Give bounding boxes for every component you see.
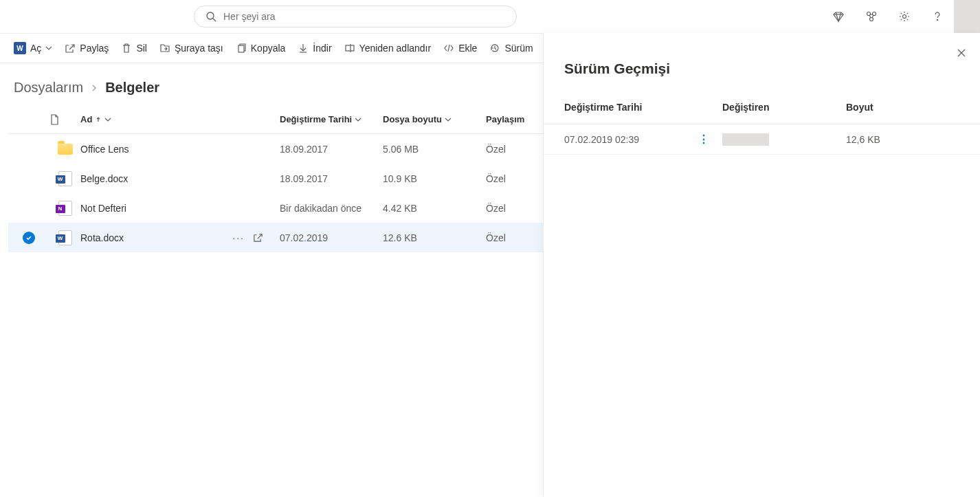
version-label: Sürüm [504, 43, 533, 54]
rename-button[interactable]: Yeniden adlandır [344, 43, 432, 54]
header-actions [822, 0, 980, 33]
file-modified: 07.02.2019 [280, 232, 383, 243]
version-modified-by [722, 133, 846, 146]
panel-col-by: Değiştiren [722, 102, 846, 113]
app-header [0, 0, 980, 33]
size-column-label: Dosya boyutu [383, 114, 442, 124]
file-name[interactable]: Rota.docx [80, 232, 124, 243]
history-icon [489, 43, 500, 54]
more-actions-icon[interactable]: ··· [232, 232, 245, 243]
trash-icon [121, 43, 132, 54]
close-icon [957, 48, 966, 58]
svg-point-2 [867, 12, 871, 16]
version-history-panel: Sürüm Geçmişi Değiştirme Tarihi Değiştir… [543, 33, 980, 497]
svg-point-8 [903, 15, 906, 19]
help-icon[interactable] [921, 0, 954, 33]
chevron-down-icon [445, 116, 452, 123]
download-label: İndir [313, 43, 331, 54]
version-date: 07.02.2019 02:39 [564, 134, 698, 145]
premium-icon[interactable] [822, 0, 855, 33]
file-size: 12.6 KB [383, 232, 486, 243]
sort-asc-icon [95, 116, 102, 123]
chevron-right-icon [90, 84, 98, 92]
chevron-down-icon [104, 116, 111, 123]
row-select[interactable] [8, 232, 49, 244]
search-box[interactable] [194, 5, 517, 27]
svg-point-3 [873, 12, 876, 16]
account-avatar[interactable] [954, 0, 980, 33]
breadcrumb-root[interactable]: Dosyalarım [14, 80, 83, 96]
svg-line-6 [869, 15, 871, 18]
open-button[interactable]: W Aç [14, 42, 52, 54]
share-icon [65, 43, 76, 54]
embed-button[interactable]: Ekle [443, 43, 477, 54]
copy-label: Kopyala [251, 43, 286, 54]
selected-check-icon [23, 232, 35, 244]
share-quick-icon[interactable] [253, 232, 263, 243]
svg-point-4 [870, 18, 873, 21]
version-more-icon[interactable]: ⋮ [698, 133, 722, 146]
breadcrumb-current: Belgeler [105, 80, 159, 96]
file-modified: 18.09.2017 [280, 173, 383, 184]
file-modified: Bir dakikadan önce [280, 203, 383, 214]
sharing-column-label: Paylaşım [486, 114, 524, 124]
move-label: Şuraya taşı [175, 43, 223, 54]
panel-title: Sürüm Geçmişi [544, 33, 980, 91]
move-button[interactable]: Şuraya taşı [159, 43, 223, 54]
name-column-label: Ad [80, 114, 92, 124]
modified-column-label: Değiştirme Tarihi [280, 114, 352, 124]
word-icon: W [14, 42, 26, 54]
search-icon [205, 11, 216, 22]
docx-icon [49, 171, 80, 186]
folder-icon [49, 144, 80, 155]
svg-line-7 [872, 15, 873, 18]
close-panel-button[interactable] [957, 48, 966, 58]
delete-button[interactable]: Sil [121, 43, 147, 54]
move-icon [159, 43, 170, 54]
apps-icon[interactable] [855, 0, 888, 33]
svg-rect-10 [238, 45, 244, 52]
docx-icon [49, 230, 80, 245]
delete-label: Sil [136, 43, 147, 54]
svg-line-1 [213, 19, 216, 21]
panel-col-modified: Değiştirme Tarihi [564, 102, 722, 113]
onenote-icon [49, 201, 80, 216]
download-button[interactable]: İndir [298, 43, 331, 54]
version-button[interactable]: Sürüm [489, 43, 533, 54]
file-size: 4.42 KB [383, 203, 486, 214]
modified-column[interactable]: Değiştirme Tarihi [280, 114, 383, 124]
file-type-column[interactable] [49, 114, 80, 125]
size-column[interactable]: Dosya boyutu [383, 114, 486, 124]
share-label: Paylaş [80, 43, 109, 54]
copy-button[interactable]: Kopyala [236, 43, 286, 54]
file-name[interactable]: Office Lens [80, 144, 129, 155]
embed-icon [443, 43, 454, 54]
search-input[interactable] [223, 11, 505, 22]
file-modified: 18.09.2017 [280, 144, 383, 155]
version-size: 12,6 KB [846, 134, 959, 145]
file-size: 10.9 KB [383, 173, 486, 184]
search-container [194, 5, 517, 27]
panel-table-header: Değiştirme Tarihi Değiştiren Boyut [544, 91, 980, 124]
download-icon [298, 43, 309, 54]
chevron-down-icon [355, 116, 361, 123]
settings-icon[interactable] [888, 0, 921, 33]
svg-rect-11 [346, 45, 354, 51]
rename-icon [344, 43, 355, 54]
file-name[interactable]: Belge.docx [80, 173, 128, 184]
redacted-name [722, 133, 769, 146]
file-icon [49, 114, 59, 125]
file-name[interactable]: Not Defteri [80, 203, 126, 214]
share-button[interactable]: Paylaş [65, 43, 109, 54]
chevron-down-icon [45, 45, 52, 52]
svg-point-0 [207, 12, 214, 19]
svg-point-9 [937, 19, 937, 20]
version-row[interactable]: 07.02.2019 02:39 ⋮ 12,6 KB [544, 124, 980, 155]
name-column[interactable]: Ad [80, 114, 280, 124]
file-size: 5.06 MB [383, 144, 486, 155]
open-label: Aç [30, 43, 41, 54]
panel-col-size: Boyut [846, 102, 959, 113]
embed-label: Ekle [458, 43, 477, 54]
rename-label: Yeniden adlandır [359, 43, 432, 54]
copy-icon [236, 43, 247, 54]
